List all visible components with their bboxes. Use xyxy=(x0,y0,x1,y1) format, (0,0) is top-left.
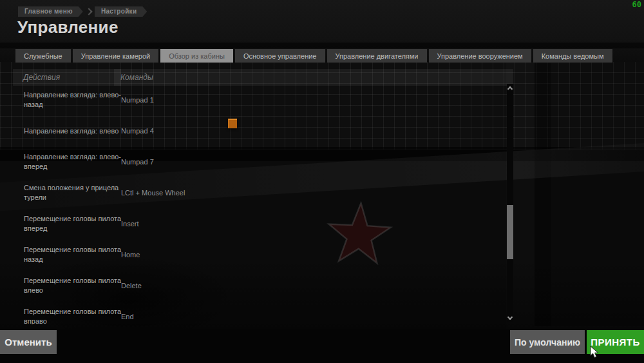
controls-settings-screen: Главное меню Настройки Управление 60 Слу… xyxy=(0,0,644,363)
command-value[interactable]: Home xyxy=(121,251,140,259)
binding-row[interactable]: Перемещение головы пилота вперед Insert xyxy=(0,208,506,239)
tab-label: Служебные xyxy=(24,52,62,60)
tab-6[interactable]: Команды ведомым xyxy=(533,49,612,63)
action-label: Направление взгляда: влево-назад xyxy=(24,90,122,110)
column-header-commands: Команды xyxy=(114,69,513,86)
command-value[interactable]: End xyxy=(121,313,134,320)
chevron-up-icon xyxy=(507,86,513,92)
tab-1[interactable]: Управление камерой xyxy=(73,49,158,63)
cancel-button[interactable]: Отменить xyxy=(0,330,57,354)
fps-counter: 60 xyxy=(632,0,641,9)
breadcrumb-item-main-menu[interactable]: Главное меню xyxy=(18,6,83,17)
column-header-actions: Действия xyxy=(13,69,121,86)
breadcrumb: Главное меню Настройки xyxy=(18,6,147,17)
binding-row[interactable]: Направление взгляда: влево Numpad 4 xyxy=(0,115,506,146)
tab-5[interactable]: Управление вооружением xyxy=(429,49,531,63)
action-label: Перемещение головы пилота вправо xyxy=(24,307,122,324)
action-label: Смена положения у прицела турели xyxy=(24,183,122,202)
defaults-button[interactable]: По умолчанию xyxy=(510,330,585,354)
bindings-list: Направление взгляда: влево-назад Numpad … xyxy=(0,84,506,324)
binding-row[interactable]: Перемещение головы пилота влево Delete xyxy=(0,270,506,301)
binding-row[interactable]: Направление взгляда: влево-назад Numpad … xyxy=(0,84,506,115)
scrollbar xyxy=(507,84,513,322)
scrollbar-up-button[interactable] xyxy=(507,85,513,92)
command-value[interactable]: Insert xyxy=(121,220,139,228)
tab-2[interactable]: Обзор из кабины xyxy=(160,49,233,63)
scrollbar-down-button[interactable] xyxy=(507,315,513,321)
binding-row[interactable]: Смена положения у прицела турели LCtl + … xyxy=(0,177,506,208)
action-label: Направление взгляда: влево-вперед xyxy=(24,152,122,172)
page-title: Управление xyxy=(17,17,118,37)
command-value[interactable]: Numpad 7 xyxy=(121,158,154,166)
tab-bar: Служебные Управление камерой Обзор из ка… xyxy=(15,49,612,63)
action-label: Направление взгляда: влево xyxy=(24,126,122,136)
tab-label: Основное управление xyxy=(243,52,317,60)
tab-label: Обзор из кабины xyxy=(169,52,225,60)
tab-label: Управление двигателями xyxy=(336,52,419,60)
mouse-cursor xyxy=(590,346,599,358)
action-label: Перемещение головы пилота назад xyxy=(24,245,122,264)
command-value[interactable]: LCtl + Mouse Wheel xyxy=(121,189,185,197)
tab-label: Управление камерой xyxy=(81,52,150,60)
tab-3[interactable]: Основное управление xyxy=(235,49,325,63)
scrollbar-thumb[interactable] xyxy=(507,205,513,259)
chevron-down-icon xyxy=(507,315,513,320)
tab-0[interactable]: Служебные xyxy=(15,49,71,63)
binding-row[interactable]: Направление взгляда: влево-вперед Numpad… xyxy=(0,146,506,177)
command-value[interactable]: Numpad 1 xyxy=(121,96,154,104)
tab-label: Команды ведомым xyxy=(542,52,604,60)
tab-label: Управление вооружением xyxy=(437,52,523,60)
binding-row[interactable]: Перемещение головы пилота назад Home xyxy=(0,239,506,270)
breadcrumb-item-settings[interactable]: Настройки xyxy=(95,6,147,17)
tab-4[interactable]: Управление двигателями xyxy=(327,49,427,63)
action-label: Перемещение головы пилота вперед xyxy=(24,214,122,233)
scrollbar-track[interactable] xyxy=(507,84,513,322)
header-divider xyxy=(0,43,644,48)
command-value[interactable]: Delete xyxy=(121,282,142,289)
breadcrumb-separator-icon xyxy=(85,8,92,15)
binding-row[interactable]: Перемещение головы пилота вправо End xyxy=(0,301,506,324)
action-label: Перемещение головы пилота влево xyxy=(24,276,122,295)
command-value[interactable]: Numpad 4 xyxy=(121,127,154,135)
